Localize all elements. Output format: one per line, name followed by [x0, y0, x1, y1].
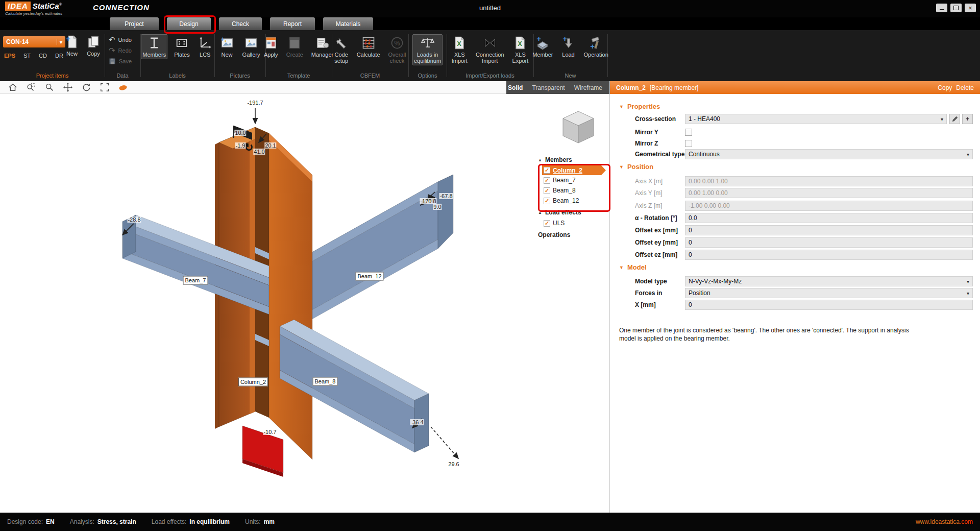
checkbox-column-2[interactable]: ✓: [544, 167, 550, 174]
zoom-button[interactable]: [44, 82, 55, 93]
code-st-button[interactable]: ST: [23, 53, 31, 59]
panel-copy-button[interactable]: Copy: [938, 84, 952, 91]
member-label-beam-8[interactable]: Beam_8: [313, 377, 338, 386]
new-member-button[interactable]: + Member: [531, 34, 554, 59]
tree-item-beam-12[interactable]: ✓ Beam_12: [542, 196, 609, 206]
maximize-button[interactable]: [950, 4, 962, 12]
labels-plates-toggle[interactable]: Plates: [173, 34, 191, 59]
close-icon: ×: [968, 5, 972, 11]
copy-project-item-button[interactable]: Copy: [85, 33, 102, 58]
home-view-button[interactable]: [7, 82, 18, 93]
template-apply-button[interactable]: Apply: [262, 34, 280, 59]
save-button[interactable]: Save: [109, 58, 136, 65]
forces-in-dropdown[interactable]: Position ▾: [685, 288, 973, 298]
labels-members-toggle[interactable]: Members: [141, 34, 167, 59]
xls-export-button[interactable]: X XLS Export: [511, 34, 530, 65]
svg-text:+: +: [537, 36, 542, 43]
member-label-column-2[interactable]: Column_2: [238, 378, 268, 387]
offset-ey-input[interactable]: 0: [685, 237, 973, 248]
tab-report[interactable]: Report: [270, 17, 315, 30]
checkbox-beam-12[interactable]: ✓: [544, 198, 550, 204]
connection-3d-model[interactable]: [0, 94, 609, 513]
fit-view-icon: [100, 82, 110, 92]
tree-operations-header[interactable]: Operations: [533, 229, 609, 240]
display-mode-switch: Solid Transparent Wireframe: [506, 81, 609, 94]
template-manager-button[interactable]: Manager: [310, 34, 335, 59]
tree-members-header[interactable]: ▲ Members: [533, 154, 609, 165]
connection-import-button[interactable]: Connection Import: [474, 34, 506, 65]
clay-mode-button[interactable]: [117, 82, 129, 93]
tab-check[interactable]: Check: [219, 17, 262, 30]
model-type-dropdown[interactable]: N-Vy-Vz-Mx-My-Mz ▾: [685, 276, 973, 286]
picture-gallery-button[interactable]: Gallery: [241, 34, 262, 59]
code-cd-button[interactable]: CD: [39, 53, 47, 59]
brand-tagline: Calculate yesterday's estimates: [5, 11, 62, 16]
tab-design[interactable]: Design: [167, 17, 211, 30]
collapse-icon: ▼: [619, 164, 624, 170]
new-operation-button[interactable]: + Operation: [582, 34, 610, 59]
project-item-selector[interactable]: CON-14 ▾: [3, 36, 65, 47]
section-position[interactable]: ▼ Position: [619, 163, 653, 171]
tab-materials[interactable]: Materials: [323, 17, 373, 30]
mode-solid[interactable]: Solid: [508, 84, 523, 91]
pan-button[interactable]: [62, 82, 74, 93]
property-panel: Column_2 [Bearing member] Copy Delete ▼ …: [609, 81, 980, 513]
rotate-view-button[interactable]: [81, 82, 92, 93]
geometrical-type-dropdown[interactable]: Continuous ▾: [685, 149, 973, 159]
loads-in-equilibrium-toggle[interactable]: Loads in equilibrium: [412, 34, 443, 65]
column-2-front-flange-3d[interactable]: [269, 133, 312, 460]
picture-new-button[interactable]: + New: [218, 34, 236, 59]
tree-item-column-2[interactable]: ✓ Column_2: [542, 165, 606, 175]
view-cube[interactable]: [556, 104, 601, 149]
cross-section-dropdown[interactable]: 1 - HEA400 ▾: [685, 114, 947, 124]
code-setup-button[interactable]: Code setup: [333, 34, 350, 65]
tree-item-beam-8[interactable]: ✓ Beam_8: [542, 185, 609, 196]
close-button[interactable]: ×: [965, 4, 976, 12]
redo-button[interactable]: ↷Redo: [109, 47, 136, 54]
zoom-fit-button[interactable]: [99, 82, 110, 93]
offset-ex-input[interactable]: 0: [685, 225, 973, 235]
overall-check-button[interactable]: % Overall check: [387, 34, 408, 65]
new-project-item-button[interactable]: + New: [63, 33, 81, 58]
group-options: Loads in equilibrium Options: [408, 30, 447, 81]
mirror-y-checkbox[interactable]: [685, 129, 692, 136]
calculate-button[interactable]: Calculate: [355, 34, 382, 65]
viewport-3d[interactable]: ↻ Beam_7 Beam_12 Column_2 Beam_8 -191.7 …: [0, 94, 609, 513]
load-value: -10.7: [263, 429, 277, 435]
new-document-icon: +: [65, 35, 79, 49]
group-data: ↶Undo ↷Redo Save Data: [105, 30, 140, 81]
member-label-beam-12[interactable]: Beam_12: [355, 272, 383, 281]
minimize-button[interactable]: [936, 4, 947, 12]
labels-lcs-toggle[interactable]: LCS: [197, 34, 214, 59]
section-properties[interactable]: ▼ Properties: [619, 103, 660, 110]
member-label-beam-7[interactable]: Beam_7: [183, 276, 208, 285]
template-create-button[interactable]: Create: [285, 34, 305, 59]
offset-ez-input[interactable]: 0: [685, 250, 973, 260]
code-eps-button[interactable]: EPS: [4, 53, 15, 59]
checkbox-beam-8[interactable]: ✓: [544, 187, 550, 194]
new-load-button[interactable]: + Load: [560, 34, 577, 59]
chevron-down-icon: ▾: [57, 39, 62, 45]
mirror-z-checkbox[interactable]: [685, 140, 692, 147]
xls-import-button[interactable]: X XLS Import: [450, 34, 469, 65]
zoom-window-button[interactable]: [26, 82, 37, 93]
undo-button[interactable]: ↶Undo: [109, 36, 136, 43]
mode-transparent[interactable]: Transparent: [532, 84, 565, 91]
tab-project[interactable]: Project: [110, 17, 159, 30]
rotation-input[interactable]: 0.0: [685, 213, 973, 223]
edit-cross-section-button[interactable]: [949, 114, 960, 124]
website-link[interactable]: www.ideastatica.com: [916, 518, 980, 525]
title-bar: IDEA StatiCa® Calculate yesterday's esti…: [0, 0, 980, 17]
tree-load-effects-header[interactable]: ▲ Load effects: [533, 207, 609, 218]
mode-wireframe[interactable]: Wireframe: [574, 84, 602, 91]
wrench-icon: [334, 36, 349, 50]
checkbox-beam-7[interactable]: ✓: [544, 177, 550, 184]
section-model[interactable]: ▼ Model: [619, 263, 646, 271]
tree-item-beam-7[interactable]: ✓ Beam_7: [542, 175, 609, 185]
panel-delete-button[interactable]: Delete: [956, 84, 974, 91]
tree-item-uls[interactable]: ✓ ULS: [542, 218, 609, 228]
add-cross-section-button[interactable]: +: [962, 114, 973, 124]
checkbox-uls[interactable]: ✓: [544, 220, 550, 227]
x-mm-input[interactable]: 0: [685, 300, 973, 310]
code-dr-button[interactable]: DR: [55, 53, 63, 59]
